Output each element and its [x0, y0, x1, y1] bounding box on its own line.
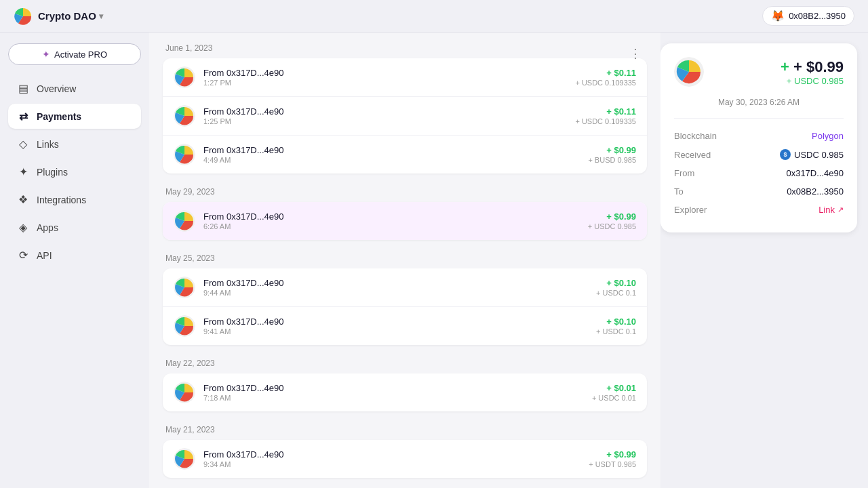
received-amount: USDC 0.985: [794, 150, 844, 160]
to-value: 0x08B2...3950: [787, 186, 844, 197]
detail-logo: [674, 57, 704, 87]
tx-card-may21: From 0x317D...4e90 9:34 AM + $0.99 + USD…: [163, 440, 647, 478]
tx-info: From 0x317D...4e90 7:18 AM: [203, 383, 592, 402]
table-row[interactable]: From 0x317D...4e90 1:25 PM + $0.11 + USD…: [163, 97, 647, 136]
wallet-badge[interactable]: 🦊 0x08B2...3950: [762, 6, 854, 26]
tx-time: 6:26 AM: [203, 222, 588, 230]
sidebar-item-plugins[interactable]: ✦ Plugins: [8, 159, 141, 184]
avatar: [174, 66, 195, 88]
tx-from: From 0x317D...4e90: [203, 68, 575, 78]
app-name[interactable]: Crypto DAO ▾: [38, 10, 103, 22]
table-row[interactable]: From 0x317D...4e90 9:44 AM + $0.10 + USD…: [163, 268, 647, 307]
tx-usd: + $0.99: [589, 449, 636, 460]
detail-usd-value: + $0.99: [793, 58, 844, 75]
explorer-link[interactable]: Link ↗: [818, 205, 844, 215]
overview-icon: ▤: [16, 82, 30, 95]
sidebar-item-api[interactable]: ⟳ API: [8, 243, 141, 268]
date-label-may29: May 29, 2023: [163, 187, 647, 197]
detail-row-explorer: Explorer Link ↗: [674, 201, 844, 219]
tx-card-june1: From 0x317D...4e90 1:27 PM + $0.11 + USD…: [163, 58, 647, 174]
links-icon: ◇: [16, 138, 30, 150]
transactions-content: ⋮ June 1, 2023 From 0: [149, 33, 660, 488]
tx-token: + BUSD 0.985: [588, 156, 636, 164]
sidebar-item-links[interactable]: ◇ Links: [8, 131, 141, 157]
sidebar-item-integrations[interactable]: ❖ Integrations: [8, 187, 141, 212]
tx-card-may29: From 0x317D...4e90 6:26 AM + $0.99 + USD…: [163, 202, 647, 240]
tx-card-may22: From 0x317D...4e90 7:18 AM + $0.01 + USD…: [163, 373, 647, 411]
tx-from: From 0x317D...4e90: [203, 278, 596, 288]
tx-info: From 0x317D...4e90 4:49 AM: [203, 145, 588, 164]
tx-from: From 0x317D...4e90: [203, 211, 588, 222]
plugins-label: Plugins: [37, 167, 68, 178]
topbar-right: 🦊 0x08B2...3950: [762, 6, 854, 26]
tx-usd: + $0.10: [596, 317, 636, 327]
tx-amounts: + $0.11 + USDC 0.109335: [575, 68, 636, 87]
tx-info: From 0x317D...4e90 9:44 AM: [203, 278, 596, 297]
tx-time: 4:49 AM: [203, 156, 588, 164]
sidebar: ✦ Activate PRO ▤ Overview ⇄ Payments ◇ L…: [0, 33, 149, 488]
external-link-icon: ↗: [837, 205, 844, 214]
activate-pro-button[interactable]: ✦ Activate PRO: [8, 43, 141, 65]
sidebar-item-overview[interactable]: ▤ Overview: [8, 76, 141, 101]
table-row[interactable]: From 0x317D...4e90 4:49 AM + $0.99 + BUS…: [163, 136, 647, 174]
tx-token: + USDC 0.01: [592, 394, 636, 402]
table-row[interactable]: From 0x317D...4e90 7:18 AM + $0.01 + USD…: [163, 373, 647, 411]
integrations-icon: ❖: [16, 193, 30, 206]
tx-token: + USDC 0.109335: [575, 79, 636, 87]
plus-sign: +: [781, 58, 793, 75]
links-label: Links: [37, 139, 59, 150]
plugins-icon: ✦: [16, 165, 30, 178]
overview-label: Overview: [37, 83, 76, 94]
detail-usd-amount: + + $0.99: [713, 58, 844, 76]
tx-usd: + $0.01: [592, 383, 636, 393]
usdc-icon: $: [780, 149, 791, 160]
table-row[interactable]: From 0x317D...4e90 1:27 PM + $0.11 + USD…: [163, 58, 647, 97]
apps-label: Apps: [37, 222, 58, 233]
tx-time: 1:25 PM: [203, 117, 575, 125]
tx-token: + USDC 0.1: [596, 327, 636, 336]
explorer-key: Explorer: [674, 205, 707, 215]
avatar: [174, 315, 195, 337]
fox-icon: 🦊: [771, 9, 785, 22]
avatar: [174, 448, 195, 470]
tx-time: 9:34 AM: [203, 460, 589, 468]
tx-usd: + $0.10: [596, 278, 636, 288]
tx-amounts: + $0.10 + USDC 0.1: [596, 317, 636, 336]
tx-from: From 0x317D...4e90: [203, 145, 588, 155]
more-options-button[interactable]: ⋮: [624, 43, 647, 64]
detail-row-received: Received $ USDC 0.985: [674, 145, 844, 164]
table-row[interactable]: From 0x317D...4e90 6:26 AM + $0.99 + USD…: [163, 202, 647, 240]
tx-token: + USDC 0.1: [596, 289, 636, 297]
transaction-detail-panel: + + $0.99 + USDC 0.985 May 30, 2023 6:26…: [660, 43, 857, 232]
tx-token: + USDT 0.985: [589, 460, 636, 468]
tx-time: 9:44 AM: [203, 289, 596, 297]
from-key: From: [674, 168, 694, 178]
tx-amounts: + $0.11 + USDC 0.109335: [575, 106, 636, 125]
detail-row-from: From 0x317D...4e90: [674, 164, 844, 182]
sidebar-item-apps[interactable]: ◈ Apps: [8, 215, 141, 240]
avatar: [174, 105, 195, 127]
tx-usd: + $0.11: [575, 68, 636, 78]
tx-time: 9:41 AM: [203, 327, 596, 336]
avatar: [174, 382, 195, 403]
detail-header: + + $0.99 + USDC 0.985: [674, 57, 844, 87]
table-row[interactable]: From 0x317D...4e90 9:41 AM + $0.10 + USD…: [163, 307, 647, 345]
detail-row-blockchain: Blockchain Polygon: [674, 127, 844, 145]
activate-pro-label: Activate PRO: [54, 49, 107, 60]
blockchain-key: Blockchain: [674, 131, 717, 141]
api-icon: ⟳: [16, 249, 30, 262]
detail-row-to: To 0x08B2...3950: [674, 182, 844, 201]
divider: [674, 118, 844, 119]
detail-amount-block: + + $0.99 + USDC 0.985: [713, 58, 844, 86]
payments-label: Payments: [37, 111, 81, 122]
tx-time: 1:27 PM: [203, 79, 575, 87]
tx-from: From 0x317D...4e90: [203, 106, 575, 117]
from-value: 0x317D...4e90: [786, 168, 844, 178]
date-group-may21: May 21, 2023 From 0x317D...4e90: [163, 425, 647, 478]
tx-amounts: + $0.99 + BUSD 0.985: [588, 145, 636, 164]
sidebar-item-payments[interactable]: ⇄ Payments: [8, 104, 141, 129]
topbar: Crypto DAO ▾ 🦊 0x08B2...3950: [0, 0, 868, 33]
tx-usd: + $0.99: [588, 145, 636, 155]
table-row[interactable]: From 0x317D...4e90 9:34 AM + $0.99 + USD…: [163, 440, 647, 478]
avatar: [174, 210, 195, 232]
